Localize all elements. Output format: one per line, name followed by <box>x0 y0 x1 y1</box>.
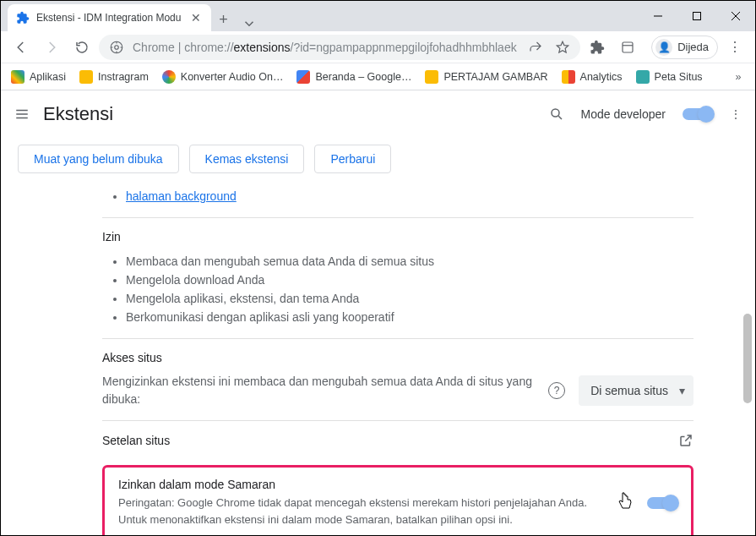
back-button[interactable] <box>8 34 35 61</box>
permission-item: Berkomunikasi dengan aplikasi asli yang … <box>126 308 693 326</box>
load-unpacked-button[interactable]: Muat yang belum dibuka <box>18 145 179 173</box>
bookmark-item[interactable]: Analytics <box>557 67 628 87</box>
incognito-highlight-box: Izinkan dalam mode Samaran Peringatan: G… <box>102 465 693 535</box>
maximize-button[interactable] <box>677 1 716 31</box>
bookmarks-overflow-icon[interactable]: » <box>726 71 750 83</box>
incognito-warning: Peringatan: Google Chrome tidak dapat me… <box>118 495 603 528</box>
svg-rect-3 <box>623 42 633 52</box>
browser-tab[interactable]: Ekstensi - IDM Integration Modu ✕ <box>8 4 211 31</box>
avatar-icon: 👤 <box>655 39 672 56</box>
bookmark-star-icon[interactable] <box>555 40 570 55</box>
site-settings-section[interactable]: Setelan situs <box>102 420 693 460</box>
site-access-section: Akses situs Mengizinkan ekstensi ini mem… <box>102 338 693 420</box>
site-settings-title: Setelan situs <box>102 434 170 447</box>
inspect-views-section: halaman background <box>102 187 693 217</box>
site-access-desc: Mengizinkan ekstensi ini membaca dan men… <box>102 373 535 408</box>
tab-list-chevron-icon[interactable] <box>235 16 264 31</box>
tab-title: Ekstensi - IDM Integration Modu <box>36 12 181 24</box>
extensions-header: Ekstensi Mode developer ⋮ <box>1 90 755 138</box>
open-external-icon[interactable] <box>678 433 693 448</box>
vertical-scrollbar[interactable] <box>742 187 753 535</box>
background-page-link[interactable]: halaman background <box>126 189 237 203</box>
permissions-title: Izin <box>102 230 693 243</box>
svg-point-2 <box>115 45 119 49</box>
permission-item: Membaca dan mengubah semua data Anda di … <box>126 252 693 271</box>
bookmark-item[interactable]: Beranda – Google… <box>291 67 416 87</box>
reload-button[interactable] <box>68 34 95 61</box>
profile-status: Dijeda <box>677 41 709 53</box>
header-menu-icon[interactable]: ⋮ <box>730 107 742 121</box>
cursor-pointer-icon <box>617 491 634 515</box>
incognito-title: Izinkan dalam mode Samaran <box>118 478 603 491</box>
site-access-dropdown[interactable]: Di semua situs <box>579 375 693 406</box>
extension-icon <box>16 11 30 25</box>
page-title: Ekstensi <box>43 103 113 125</box>
new-tab-button[interactable]: + <box>211 8 235 31</box>
content-scroll[interactable]: halaman background Izin Membaca dan meng… <box>1 187 755 535</box>
permissions-section: Izin Membaca dan mengubah semua data And… <box>102 217 693 338</box>
dev-actions-row: Muat yang belum dibuka Kemas ekstensi Pe… <box>1 138 755 187</box>
address-bar[interactable]: Chrome | chrome://extensions/?id=ngpampa… <box>99 35 580 60</box>
bookmark-item[interactable]: PERTAJAM GAMBAR <box>420 67 552 87</box>
address-bar-row: Chrome | chrome://extensions/?id=ngpampa… <box>1 31 755 63</box>
search-icon[interactable] <box>549 107 564 122</box>
menu-icon[interactable] <box>14 107 30 122</box>
dev-mode-label: Mode developer <box>581 107 666 121</box>
help-icon[interactable]: ? <box>548 382 565 399</box>
bookmark-apps[interactable]: Aplikasi <box>6 67 71 87</box>
site-info-icon[interactable] <box>109 40 124 55</box>
url-text: Chrome | chrome://extensions/?id=ngpampa… <box>133 41 519 54</box>
pack-extension-button[interactable]: Kemas ekstensi <box>189 145 305 173</box>
incognito-toggle[interactable] <box>647 497 677 509</box>
update-button[interactable]: Perbarui <box>314 145 391 173</box>
extensions-menu-icon[interactable] <box>584 34 611 61</box>
browser-menu-button[interactable]: ⋮ <box>721 34 748 61</box>
profile-chip[interactable]: 👤 Dijeda <box>651 36 718 59</box>
reading-list-icon[interactable] <box>614 34 641 61</box>
bookmark-item[interactable]: Peta Situs <box>631 67 708 87</box>
window-controls <box>639 1 755 31</box>
bookmark-item[interactable]: Instragram <box>74 67 154 87</box>
minimize-button[interactable] <box>639 1 677 31</box>
site-access-title: Akses situs <box>102 351 693 364</box>
bookmark-item[interactable]: Konverter Audio On… <box>157 67 289 87</box>
close-window-button[interactable] <box>716 1 755 31</box>
window-titlebar: Ekstensi - IDM Integration Modu ✕ + <box>1 1 755 31</box>
bookmarks-bar: Aplikasi Instragram Konverter Audio On… … <box>1 63 755 90</box>
permission-item: Mengelola download Anda <box>126 271 693 289</box>
dev-mode-toggle[interactable] <box>683 108 713 120</box>
svg-point-4 <box>552 109 559 117</box>
permission-item: Mengelola aplikasi, ekstensi, dan tema A… <box>126 289 693 308</box>
svg-rect-0 <box>693 13 701 20</box>
tab-close-icon[interactable]: ✕ <box>188 9 204 26</box>
share-icon[interactable] <box>528 40 543 55</box>
forward-button[interactable] <box>38 34 65 61</box>
